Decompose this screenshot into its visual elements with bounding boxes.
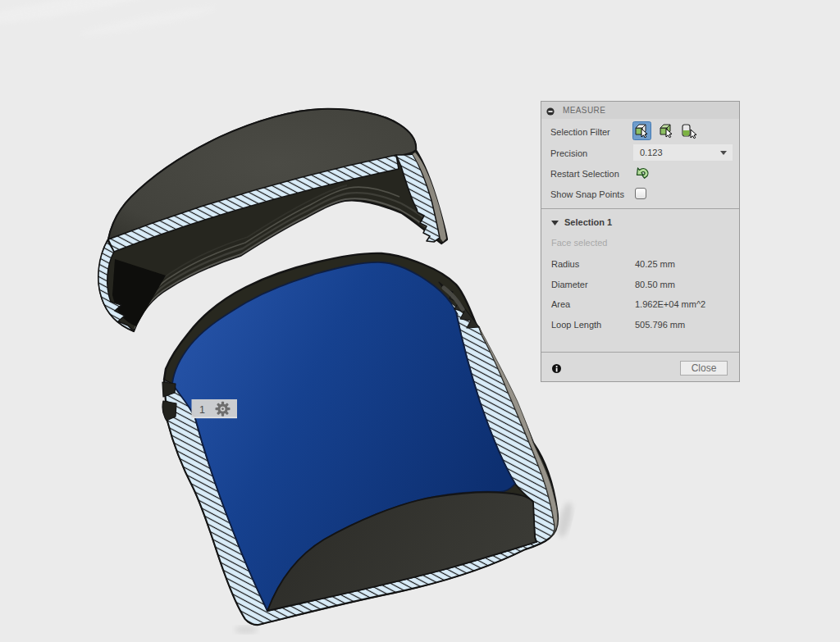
svg-text:1: 1 bbox=[199, 404, 205, 416]
